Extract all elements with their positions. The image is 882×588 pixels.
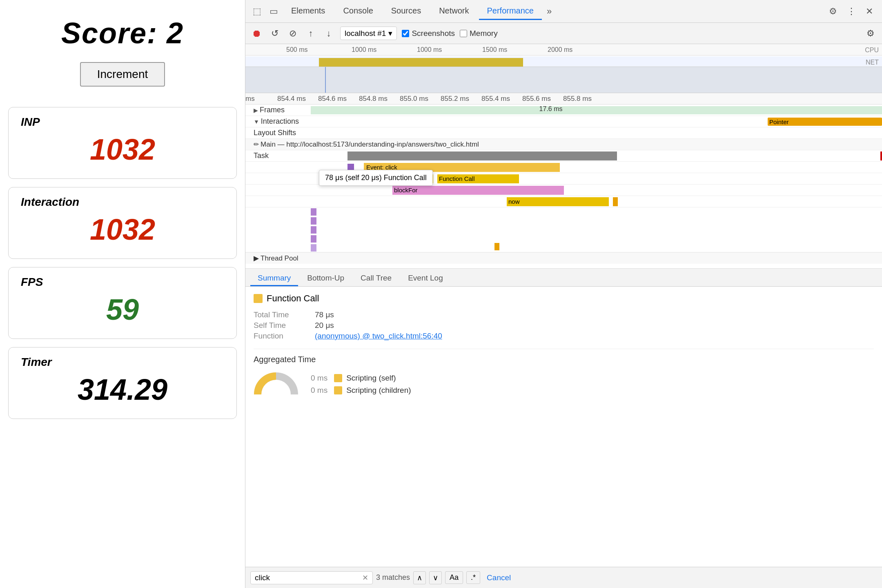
left-panel: Score: 2 Increment INP 1032 Interaction … (0, 0, 245, 588)
tab-elements[interactable]: Elements (283, 3, 333, 20)
memory-checkbox[interactable] (460, 30, 467, 37)
tab-call-tree[interactable]: Call Tree (353, 271, 399, 286)
pencil-icon: ✏ (254, 140, 259, 148)
search-prev-btn[interactable]: ∧ (413, 571, 426, 584)
frames-label: ▶ Frames (245, 106, 311, 114)
legend-scripting-children: 0 ms Scripting (children) (311, 386, 411, 395)
orange-rect (613, 197, 618, 206)
tab-sources[interactable]: Sources (383, 3, 429, 20)
thread-pool-label: Thread Pool (261, 254, 298, 263)
task-content (311, 150, 882, 162)
orange-small-rect (494, 243, 499, 250)
upload-icon[interactable]: ↑ (304, 28, 317, 39)
function-call-bar-2[interactable]: Function Call (437, 174, 519, 183)
layout-shifts-label: Layout Shifts (245, 129, 311, 137)
search-cancel-btn[interactable]: Cancel (483, 572, 514, 584)
frames-arrow: ▶ (254, 107, 258, 114)
total-time-value: 78 μs (315, 310, 874, 319)
purple-mini-bars-section (245, 207, 882, 252)
detail-tick-855.8: 855.8 ms (563, 95, 592, 103)
self-time-value: 20 μs (315, 321, 874, 330)
track-now: now (245, 196, 882, 207)
detail-tick-854.8: 854.8 ms (359, 95, 388, 103)
metric-card-interaction: Interaction 1032 (8, 187, 237, 259)
timeline-ruler: 500 ms 1000 ms 1000 ms 1500 ms 2000 ms C… (245, 44, 882, 56)
now-bar[interactable]: now (507, 197, 609, 206)
tab-console[interactable]: Console (335, 3, 381, 20)
metric-value-fps: 59 (21, 293, 224, 326)
blockfor-bar[interactable]: blockFor (392, 186, 564, 195)
track-frames: ▶ Frames 17.6 ms (245, 105, 882, 116)
detail-tick-855.2: 855.2 ms (441, 95, 469, 103)
tab-performance[interactable]: Performance (479, 3, 542, 20)
purple-mini-3 (311, 226, 316, 234)
search-input[interactable] (255, 573, 360, 582)
inspect-icon[interactable]: ⬚ (249, 3, 265, 20)
metric-label-timer: Timer (21, 356, 224, 369)
ruler-1500ms: 1000 ms (417, 46, 442, 53)
track-blockfor: blockFor (245, 185, 882, 196)
legend-scripting-self: 0 ms Scripting (self) (311, 374, 411, 383)
screenshots-label: Screenshots (412, 29, 455, 38)
url-label: localhost #1 (345, 29, 386, 38)
settings-icon[interactable]: ⚙ (827, 4, 839, 18)
detail-tick-855.4: 855.4 ms (481, 95, 510, 103)
task-label: Task (245, 151, 311, 160)
track-interactions: ▼ Interactions Pointer (245, 116, 882, 127)
ruler-500ms: 500 ms (286, 46, 307, 53)
layout-shifts-content (311, 127, 882, 139)
detail-ruler: ms 854.4 ms 854.6 ms 854.8 ms 855.0 ms 8… (245, 93, 882, 105)
more-settings-icon[interactable]: ⚙ (864, 28, 877, 39)
pointer-bar: Pointer (768, 118, 882, 126)
function-link[interactable]: (anonymous) @ two_click.html:56:40 (315, 332, 874, 341)
detail-tick-854.6: 854.6 ms (318, 95, 347, 103)
more-options-icon[interactable]: ⋮ (845, 4, 858, 18)
devtools-tab-bar: ⬚ ▭ Elements Console Sources Network Per… (245, 0, 882, 23)
search-clear-icon[interactable]: ✕ (362, 573, 368, 582)
more-tabs-icon[interactable]: » (543, 3, 555, 20)
screenshot-strip (245, 67, 882, 93)
time-marker-line (325, 67, 326, 93)
metric-card-inp: INP 1032 (8, 107, 237, 179)
interactions-content: Pointer (311, 116, 882, 127)
divider (254, 349, 874, 349)
frames-content: 17.6 ms (311, 105, 882, 116)
frame-time-label: 17.6 ms (539, 105, 563, 113)
search-next-btn[interactable]: ∨ (429, 571, 442, 584)
pointer-label: Pointer (769, 118, 789, 125)
clear-icon[interactable]: ⊘ (286, 28, 299, 39)
legend-scripting-children-label: Scripting (children) (346, 386, 411, 395)
toolbar-row: ⏺ ↺ ⊘ ↑ ↓ localhost #1 ▾ Screenshots Mem… (245, 23, 882, 44)
screenshots-checkbox-label[interactable]: Screenshots (402, 29, 455, 38)
tab-network[interactable]: Network (431, 3, 477, 20)
tab-summary[interactable]: Summary (250, 271, 298, 286)
function-meta-label: Function (254, 332, 311, 341)
close-icon[interactable]: ✕ (864, 4, 875, 18)
ruler-2500ms: 2000 ms (548, 46, 572, 53)
aggregated-title: Aggregated Time (254, 355, 874, 364)
purple-column (311, 207, 317, 252)
search-input-box[interactable]: ✕ (250, 571, 373, 584)
search-regex-btn[interactable]: .* (466, 571, 480, 584)
memory-checkbox-label[interactable]: Memory (460, 29, 498, 38)
task-bar (347, 151, 617, 160)
url-selector[interactable]: localhost #1 ▾ (340, 27, 397, 40)
legend-items: 0 ms Scripting (self) 0 ms Scripting (ch… (311, 374, 411, 395)
devtools-icons: ⚙ ⋮ ✕ (827, 4, 878, 18)
purple-mini-4 (311, 235, 316, 243)
tab-bottom-up[interactable]: Bottom-Up (300, 271, 352, 286)
metric-card-timer: Timer 314.29 (8, 347, 237, 419)
increment-button[interactable]: Increment (80, 62, 165, 87)
device-icon[interactable]: ▭ (266, 3, 281, 20)
detail-timeline: ms 854.4 ms 854.6 ms 854.8 ms 855.0 ms 8… (245, 93, 882, 269)
legend-scripting-children-color (334, 386, 342, 394)
legend-scripting-self-color (334, 374, 342, 382)
tab-event-log[interactable]: Event Log (401, 271, 450, 286)
download-icon[interactable]: ↓ (322, 28, 335, 39)
screenshots-checkbox[interactable] (402, 30, 409, 37)
reload-icon[interactable]: ↺ (268, 28, 281, 39)
bottom-tabs: Summary Bottom-Up Call Tree Event Log (245, 269, 882, 287)
net-label: NET (866, 59, 879, 66)
record-icon[interactable]: ⏺ (250, 28, 263, 39)
search-aa-btn[interactable]: Aa (445, 571, 463, 584)
